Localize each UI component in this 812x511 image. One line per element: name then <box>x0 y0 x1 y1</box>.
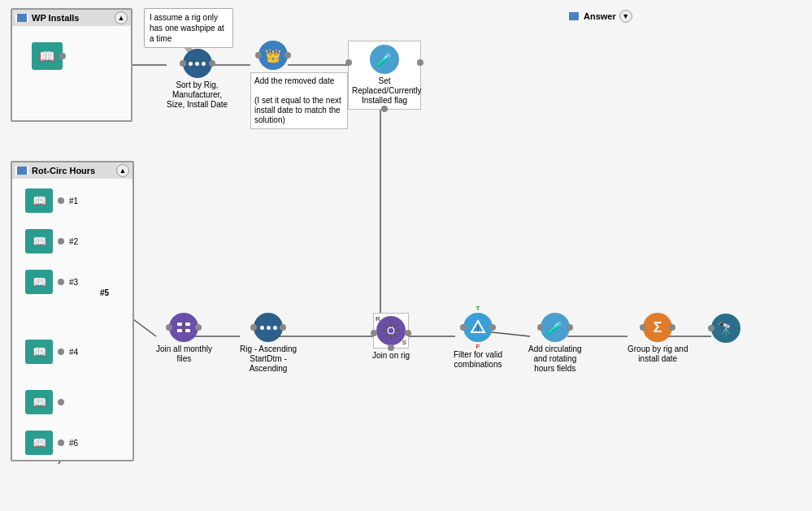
svg-point-37 <box>477 331 479 333</box>
rot-circ-header: Rot-Circ Hours ▲ <box>12 162 132 179</box>
join-rig-svg <box>382 322 400 340</box>
filter-svg <box>470 319 486 336</box>
rig-sort-right-connector <box>280 324 286 331</box>
book-6-icon: 📖 <box>25 431 53 455</box>
join-rig-right-connector <box>405 330 411 336</box>
add-circ-left-connector <box>537 324 544 331</box>
sort-right-connector <box>209 60 215 67</box>
rot-circ-title: Rot-Circ Hours <box>32 166 95 175</box>
sort-left-connector <box>180 60 186 67</box>
answer-label: Answer <box>584 11 616 21</box>
svg-point-26 <box>388 327 394 334</box>
join-rig-icon <box>376 316 406 345</box>
wp-book-icon: 📖 <box>32 42 63 70</box>
book-4-icon: 📖 <box>25 340 53 364</box>
merge-5-label: #5 <box>100 288 109 297</box>
filter-node[interactable]: T F Filter for validcombinations <box>454 313 502 370</box>
wp-installs-title: WP Installs <box>32 13 79 23</box>
browse-node[interactable]: 🔭 <box>711 314 740 343</box>
add-circ-label: Add circulatingand rotatinghours fields <box>528 344 582 374</box>
book-4-connector <box>58 349 64 355</box>
join-all-label: Join all monthlyfiles <box>156 344 212 364</box>
join-rig-bottom-connector <box>388 344 394 351</box>
wp-installs-header: WP Installs ▲ <box>12 10 131 26</box>
answer-icon <box>567 12 580 20</box>
join-all-svg <box>176 319 192 336</box>
svg-line-33 <box>394 324 398 328</box>
book-1-connector <box>58 197 64 204</box>
add-date-label: Add the removed date(I set it equal to t… <box>250 72 348 129</box>
filter-t-badge: T <box>476 305 480 312</box>
book-3-label: #3 <box>69 278 78 287</box>
add-date-right-connector <box>284 52 291 58</box>
book-4-label: #4 <box>69 348 78 357</box>
add-circ-icon: 🧪 <box>541 313 570 342</box>
join-all-node[interactable]: Join all monthlyfiles <box>156 313 212 364</box>
book-2-label: #2 <box>69 237 78 246</box>
add-date-node[interactable]: 👑 Add the removed date(I set it equal to… <box>250 41 348 129</box>
filter-left-connector <box>460 324 467 331</box>
join-rig-label: Join on rig <box>372 351 410 361</box>
book-6: 📖 #6 <box>25 431 78 455</box>
rig-sort-label: Rig - AscendingStartDtm -Ascending <box>240 344 297 374</box>
join-rig-node[interactable]: R S Join on rig <box>372 313 410 361</box>
group-rig-icon: Σ <box>643 313 672 342</box>
join-all-right-connector <box>195 324 202 331</box>
book-2: 📖 #2 <box>25 229 78 253</box>
group-rig-node[interactable]: Σ Group by rig andinstall date <box>627 313 688 364</box>
book-6-label: #6 <box>69 439 78 448</box>
book-3-connector <box>58 279 64 285</box>
svg-rect-22 <box>185 329 190 332</box>
wp-installs-collapse[interactable]: ▲ <box>115 11 128 24</box>
add-circ-node[interactable]: 🧪 Add circulatingand rotatinghours field… <box>528 313 582 374</box>
rig-sort-icon <box>254 313 283 342</box>
book-5-icon: 📖 <box>25 390 53 414</box>
sort-node[interactable]: Sort by Rig,Manufacturer,Size, Install D… <box>167 49 228 110</box>
book-2-icon: 📖 <box>25 229 53 253</box>
set-flag-icon: 🧪 <box>370 45 399 74</box>
browse-left-connector <box>708 325 714 331</box>
book-3-icon: 📖 <box>25 270 53 294</box>
book-4: 📖 #4 <box>25 340 78 364</box>
wp-installs-group: WP Installs ▲ 📖 <box>11 8 132 122</box>
filter-label: Filter for validcombinations <box>454 350 502 370</box>
add-date-left-connector <box>255 52 262 58</box>
set-flag-label: SetReplaced/Currently Installed flag <box>352 76 417 106</box>
answer-node[interactable]: Answer ▼ <box>567 10 632 23</box>
svg-rect-21 <box>177 329 182 332</box>
svg-rect-19 <box>177 323 182 326</box>
filter-f-badge: F <box>476 343 480 350</box>
rig-sort-node[interactable]: Rig - AscendingStartDtm -Ascending <box>240 313 297 374</box>
annotation-text: I assume a rig only has one washpipe at … <box>150 13 224 43</box>
workflow-canvas: WP Installs ▲ 📖 I assume a rig only has … <box>0 0 812 511</box>
annotation-bubble: I assume a rig only has one washpipe at … <box>144 8 233 48</box>
book-3: 📖 #3 <box>25 270 78 294</box>
book-5: 📖 <box>25 390 64 414</box>
svg-line-31 <box>384 324 389 328</box>
rot-circ-collapse[interactable]: ▲ <box>116 164 129 177</box>
rig-sort-left-connector <box>250 324 257 331</box>
join-rig-s-label: S <box>402 339 406 346</box>
svg-line-32 <box>394 334 398 338</box>
join-rig-left-connector <box>371 330 377 336</box>
set-flag-left-connector <box>345 59 352 66</box>
svg-rect-20 <box>185 323 190 326</box>
join-rig-r-label: R <box>376 315 380 323</box>
wp-book-connector <box>59 53 66 59</box>
group-rig-right-connector <box>669 324 675 331</box>
set-flag-node[interactable]: 🧪 SetReplaced/Currently Installed flag <box>348 41 421 110</box>
book-6-connector <box>58 440 64 446</box>
filter-icon <box>463 313 493 342</box>
book-1-icon: 📖 <box>25 188 53 213</box>
add-date-icon: 👑 <box>258 41 288 70</box>
sort-label: Sort by Rig,Manufacturer,Size, Install D… <box>167 80 228 110</box>
set-flag-right-connector <box>417 59 423 66</box>
rot-circ-group: Rot-Circ Hours ▲ 📖 #1 📖 #2 📖 #3 📖 #4 <box>11 161 134 461</box>
sort-icon <box>183 49 212 78</box>
book-1: 📖 #1 <box>25 188 78 213</box>
answer-chevron[interactable]: ▼ <box>619 10 632 23</box>
add-circ-right-connector <box>567 324 573 331</box>
svg-line-34 <box>384 334 389 338</box>
join-all-icon <box>169 313 198 342</box>
set-flag-bottom-connector <box>381 106 388 112</box>
